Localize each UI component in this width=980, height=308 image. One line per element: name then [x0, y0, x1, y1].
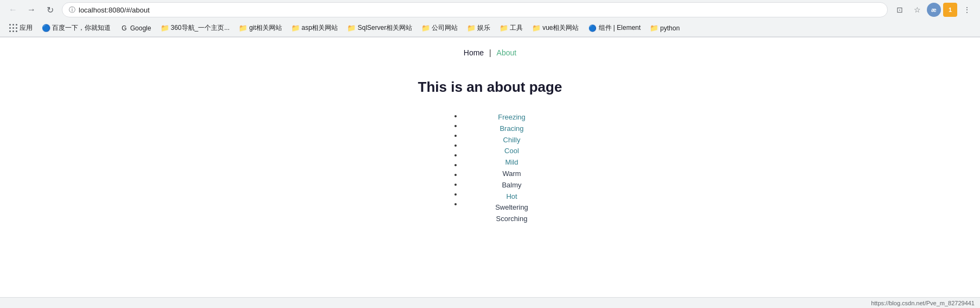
title-bar: ← → ↻ ⓘ localhost:8080/#/about ⊡ ☆ æ 1 ⋮: [0, 0, 980, 20]
bookmark-company[interactable]: 📁 公司网站: [418, 22, 462, 34]
weather-item-bracing: Bracing: [495, 123, 528, 135]
weather-item-mild: Mild: [495, 157, 528, 168]
bookmark-entertainment-label: 娱乐: [477, 23, 490, 33]
bookmark-baidu[interactable]: 🔵 百度一下，你就知道: [38, 22, 115, 34]
bookmark-google[interactable]: G Google: [116, 23, 156, 34]
bookmark-element[interactable]: 🔵 组件 | Element: [585, 22, 645, 34]
weather-list-wrapper: Freezing Bracing Chilly Cool Mild Warm B…: [452, 112, 528, 225]
folder-git-icon: 📁: [239, 24, 247, 32]
browser-chrome: ← → ↻ ⓘ localhost:8080/#/about ⊡ ☆ æ 1 ⋮: [0, 0, 980, 37]
folder-asp-icon: 📁: [292, 24, 299, 32]
element-icon: 🔵: [589, 24, 597, 32]
bookmark-google-label: Google: [130, 24, 151, 32]
weather-item-freezing: Freezing: [495, 112, 528, 123]
reload-button[interactable]: ↻: [42, 2, 57, 17]
weather-item-chilly: Chilly: [495, 135, 528, 146]
weather-item-cool: Cool: [495, 146, 528, 157]
bookmark-git[interactable]: 📁 git相关网站: [235, 22, 286, 34]
reload-icon: ↻: [47, 5, 54, 15]
forward-icon: →: [27, 5, 36, 15]
nav-links: Home | About: [11, 48, 969, 57]
menu-icon[interactable]: ⋮: [959, 2, 975, 17]
weather-item-hot: Hot: [495, 191, 528, 203]
bullet-list: [452, 112, 463, 225]
bookmark-git-label: git相关网站: [249, 23, 282, 33]
bookmark-sqlserver[interactable]: 📁 SqlServer相关网站: [343, 22, 417, 34]
bookmark-baidu-label: 百度一下，你就知道: [52, 23, 111, 33]
address-bar[interactable]: ⓘ localhost:8080/#/about: [62, 2, 888, 17]
bookmark-sqlserver-label: SqlServer相关网站: [357, 23, 412, 33]
bookmarks-bar: 应用 🔵 百度一下，你就知道 G Google 📁 360导航_一个主页... …: [0, 20, 980, 37]
page-title: This is an about page: [11, 79, 969, 96]
apps-icon: [10, 24, 17, 32]
bookmark-asp-label: asp相关网站: [302, 23, 338, 33]
folder-python-icon: 📁: [650, 24, 658, 32]
bookmark-company-label: 公司网站: [432, 23, 458, 33]
bookmark-entertainment[interactable]: 📁 娱乐: [463, 22, 495, 34]
weather-list-container: Freezing Bracing Chilly Cool Mild Warm B…: [11, 112, 969, 225]
weather-item-warm: Warm: [495, 168, 528, 180]
weather-items: Freezing Bracing Chilly Cool Mild Warm B…: [495, 112, 528, 225]
bookmark-apps[interactable]: 应用: [5, 22, 37, 34]
back-icon: ←: [9, 5, 17, 15]
bookmark-python-label: python: [660, 24, 680, 32]
about-link[interactable]: About: [497, 48, 517, 57]
notification-badge[interactable]: 1: [943, 3, 957, 17]
weather-item-balmy: Balmy: [495, 180, 528, 191]
bookmark-element-label: 组件 | Element: [599, 23, 641, 33]
screensaver-icon[interactable]: ⊡: [892, 2, 907, 17]
folder-tools-icon: 📁: [500, 24, 508, 32]
google-icon: G: [120, 24, 128, 32]
bookmark-asp[interactable]: 📁 asp相关网站: [287, 22, 342, 34]
forward-button[interactable]: →: [24, 2, 39, 17]
url-display: localhost:8080/#/about: [79, 6, 881, 14]
nav-separator: |: [489, 48, 491, 57]
lock-icon: ⓘ: [69, 5, 75, 15]
weather-item-sweltering: Sweltering: [495, 202, 528, 213]
page-content: Home | About This is an about page Fr: [0, 37, 980, 282]
folder-entertainment-icon: 📁: [467, 24, 475, 32]
folder-360-icon: 📁: [161, 24, 169, 32]
folder-sql-icon: 📁: [348, 24, 355, 32]
back-button[interactable]: ←: [5, 2, 21, 17]
bookmark-vue-label: vue相关网站: [542, 23, 579, 33]
baidu-icon: 🔵: [42, 24, 50, 32]
star-icon[interactable]: ☆: [909, 2, 925, 17]
bookmark-360-label: 360导航_一个主页...: [171, 23, 230, 33]
title-bar-right: ⊡ ☆ æ 1 ⋮: [892, 2, 975, 17]
bookmark-python[interactable]: 📁 python: [646, 23, 684, 34]
bookmark-tools-label: 工具: [510, 23, 523, 33]
title-bar-left: ← → ↻: [5, 2, 57, 17]
profile-avatar[interactable]: æ: [927, 3, 941, 17]
weather-item-scorching: Scorching: [495, 213, 528, 225]
bookmark-360[interactable]: 📁 360导航_一个主页...: [157, 22, 234, 34]
folder-company-icon: 📁: [422, 24, 430, 32]
bookmark-apps-label: 应用: [20, 23, 33, 33]
bookmark-vue[interactable]: 📁 vue相关网站: [528, 22, 583, 34]
bookmark-tools[interactable]: 📁 工具: [496, 22, 527, 34]
folder-vue-icon: 📁: [533, 24, 540, 32]
home-link[interactable]: Home: [464, 48, 484, 57]
